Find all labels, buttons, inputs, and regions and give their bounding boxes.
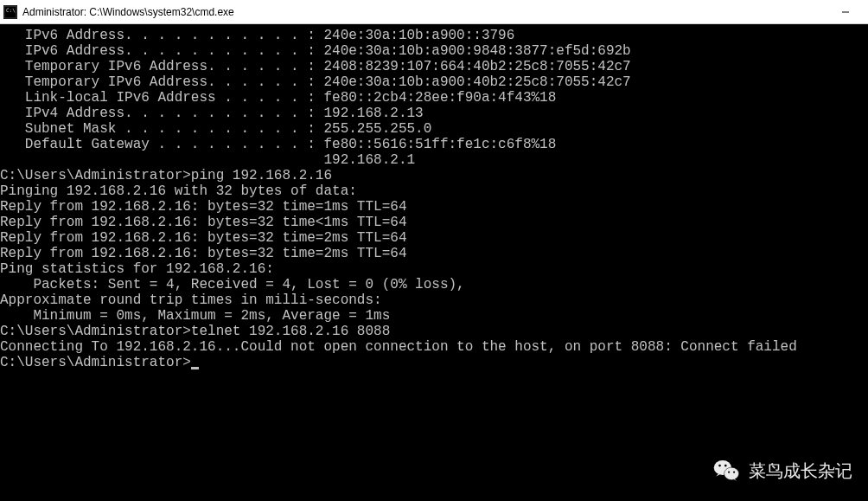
- cmd-icon: C:\: [3, 5, 17, 19]
- terminal-line: Pinging 192.168.2.16 with 32 bytes of da…: [0, 183, 868, 199]
- terminal-line: IPv6 Address. . . . . . . . . . . : 240e…: [0, 28, 868, 43]
- terminal-line: Default Gateway . . . . . . . . . : fe80…: [0, 137, 868, 152]
- cursor: [191, 367, 199, 369]
- terminal-line: Reply from 192.168.2.16: bytes=32 time=2…: [0, 246, 868, 261]
- watermark-text: 菜鸟成长杂记: [749, 459, 852, 483]
- terminal-line: IPv6 Address. . . . . . . . . . . : 240e…: [0, 43, 868, 59]
- terminal-line: Packets: Sent = 4, Received = 4, Lost = …: [0, 277, 868, 292]
- watermark: 菜鸟成长杂记: [712, 456, 852, 485]
- titlebar[interactable]: C:\ Administrator: C:\Windows\system32\c…: [0, 0, 868, 24]
- svg-point-9: [728, 472, 730, 473]
- window-controls: [826, 0, 865, 23]
- terminal-line: Temporary IPv6 Address. . . . . . : 240e…: [0, 74, 868, 90]
- terminal-line: IPv4 Address. . . . . . . . . . . : 192.…: [0, 106, 868, 121]
- terminal-line: Reply from 192.168.2.16: bytes=32 time=1…: [0, 199, 868, 215]
- terminal-line: C:\Users\Administrator>telnet 192.168.2.…: [0, 324, 868, 339]
- terminal-line: Connecting To 192.168.2.16...Could not o…: [0, 339, 868, 355]
- terminal-line: C:\Users\Administrator>: [0, 355, 868, 370]
- svg-point-7: [718, 465, 721, 467]
- svg-point-10: [733, 472, 735, 473]
- terminal-line: Reply from 192.168.2.16: bytes=32 time<1…: [0, 215, 868, 230]
- terminal-line: Minimum = 0ms, Maximum = 2ms, Average = …: [0, 308, 868, 324]
- terminal-output[interactable]: IPv6 Address. . . . . . . . . . . : 240e…: [0, 24, 868, 501]
- terminal-line: Approximate round trip times in milli-se…: [0, 292, 868, 308]
- minimize-button[interactable]: [826, 0, 865, 23]
- terminal-line: Link-local IPv6 Address . . . . . : fe80…: [0, 90, 868, 106]
- svg-point-8: [724, 465, 727, 467]
- terminal-line: Ping statistics for 192.168.2.16:: [0, 261, 868, 277]
- terminal-line: Subnet Mask . . . . . . . . . . . : 255.…: [0, 121, 868, 137]
- terminal-line: Reply from 192.168.2.16: bytes=32 time=2…: [0, 230, 868, 246]
- terminal-line: Temporary IPv6 Address. . . . . . : 2408…: [0, 59, 868, 74]
- terminal-line: C:\Users\Administrator>ping 192.168.2.16: [0, 168, 868, 183]
- svg-text:C:\: C:\: [6, 7, 16, 13]
- terminal-line: 192.168.2.1: [0, 152, 868, 168]
- window-title: Administrator: C:\Windows\system32\cmd.e…: [22, 6, 826, 18]
- wechat-icon: [712, 456, 742, 485]
